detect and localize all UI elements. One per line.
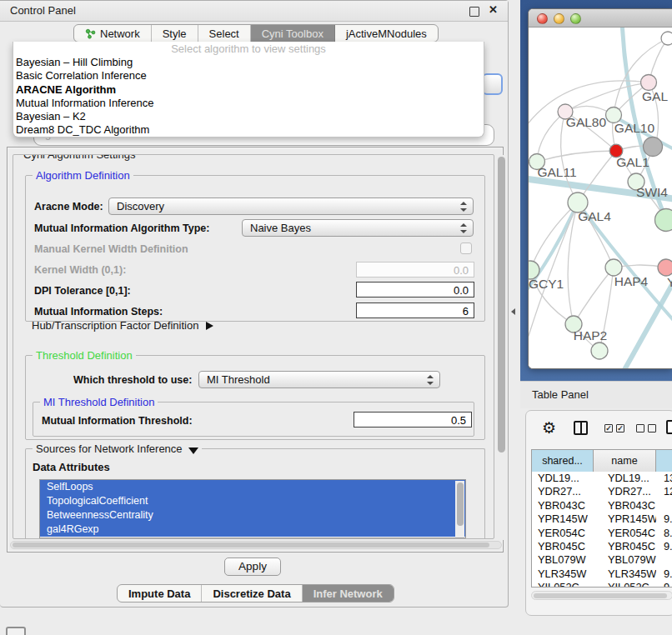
- zoom-traffic-light-icon[interactable]: [570, 13, 581, 24]
- table-column-header[interactable]: name: [594, 450, 656, 472]
- table-cell[interactable]: 12: [656, 485, 672, 498]
- mi-steps-field[interactable]: 6: [356, 302, 474, 318]
- table-row[interactable]: YBL079WYBL079W: [532, 553, 672, 567]
- manual-kernel-checkbox[interactable]: [460, 242, 472, 254]
- tab-discretize-data[interactable]: Discretize Data: [202, 585, 302, 602]
- table-row[interactable]: YLR345WYLR345W9.: [532, 568, 672, 581]
- tab-network[interactable]: Network: [74, 25, 152, 42]
- table-cell[interactable]: YDL19...: [532, 472, 594, 485]
- network-edge[interactable]: [537, 151, 616, 162]
- apply-button[interactable]: Apply: [224, 558, 281, 576]
- export-table-icon[interactable]: [666, 420, 672, 434]
- table-cell[interactable]: YBR043C: [594, 499, 656, 512]
- table-row[interactable]: YPR145WYPR145W9.: [532, 512, 672, 526]
- table-cell[interactable]: [656, 499, 672, 512]
- table-cell[interactable]: 8.: [656, 527, 672, 540]
- network-node[interactable]: [641, 75, 657, 91]
- tab-cyni-toolbox[interactable]: Cyni Toolbox: [251, 25, 335, 42]
- mi-type-select[interactable]: Naive Bayes: [242, 219, 474, 237]
- network-node[interactable]: [655, 209, 672, 232]
- table-cell[interactable]: [656, 553, 672, 567]
- algorithm-menu-item[interactable]: Bayesian – K2: [13, 110, 484, 123]
- table-row[interactable]: YDR27...YDR27...12: [532, 485, 672, 498]
- table-row[interactable]: YBR045CYBR045C9.: [532, 540, 672, 553]
- algorithm-menu-item[interactable]: Mutual Information Inference: [13, 97, 484, 110]
- table-row[interactable]: YIL052CYIL052C9.: [532, 581, 672, 588]
- table-panel-titlebar[interactable]: Table Panel: [520, 381, 672, 408]
- network-canvas[interactable]: GALGAL80GAL10GAL1GAL11SWI4GAL4GCY1HAP4YH…: [529, 28, 672, 369]
- network-edge[interactable]: [614, 38, 668, 115]
- minimize-traffic-light-icon[interactable]: [554, 13, 564, 24]
- algorithm-menu-item[interactable]: Basic Correlation Inference: [13, 69, 484, 82]
- settings-vertical-scrollbar[interactable]: [498, 155, 505, 540]
- table-column-header[interactable]: [656, 450, 672, 472]
- table-cell[interactable]: 9.: [656, 540, 672, 553]
- table-row[interactable]: YBR043CYBR043C: [532, 499, 672, 512]
- dpi-tolerance-field[interactable]: 0.0: [356, 282, 474, 298]
- table-cell[interactable]: 13: [656, 472, 672, 485]
- table-cell[interactable]: YDL19...: [594, 472, 656, 485]
- aracne-mode-select[interactable]: Discovery: [108, 198, 474, 215]
- sources-group-title[interactable]: Sources for Network Inference: [33, 442, 202, 455]
- panel-collapse-arrow-icon[interactable]: [511, 308, 515, 315]
- float-window-icon[interactable]: [469, 7, 479, 17]
- table-cell[interactable]: YBR043C: [532, 499, 594, 512]
- attributes-scrollbar[interactable]: [455, 481, 464, 538]
- tab-jactivemnodules[interactable]: jActiveMNodules: [335, 25, 438, 42]
- kernel-width-field[interactable]: 0.0: [356, 262, 474, 278]
- hub-definition-expander[interactable]: Hub/Transcription Factor Definition: [32, 319, 213, 332]
- attribute-list-item[interactable]: BetweennessCentrality: [40, 508, 465, 522]
- table-row[interactable]: YER054CYER054C8.: [532, 527, 672, 540]
- deselect-all-checkbox-icon[interactable]: [648, 424, 656, 432]
- algorithm-menu-item[interactable]: Dream8 DC_TDC Algorithm: [13, 123, 484, 137]
- tab-impute-data[interactable]: Impute Data: [118, 585, 202, 602]
- table-cell[interactable]: YLR345W: [532, 568, 594, 581]
- algorithm-menu-item[interactable]: Bayesian – Hill Climbing: [13, 56, 484, 69]
- tab-select[interactable]: Select: [198, 25, 251, 42]
- table-cell[interactable]: 9.: [656, 568, 672, 581]
- network-edge[interactable]: [574, 268, 614, 324]
- algorithm-menu-item[interactable]: ARACNE Algorithm: [13, 83, 484, 97]
- which-threshold-select[interactable]: MI Threshold: [198, 371, 440, 388]
- settings-horizontal-scrollbar[interactable]: [10, 541, 502, 549]
- table-cell[interactable]: YPR145W: [594, 512, 656, 526]
- table-cell[interactable]: YLR345W: [594, 568, 656, 581]
- table-cell[interactable]: YIL052C: [594, 581, 656, 588]
- attribute-list-item[interactable]: gal4RGexp: [40, 522, 465, 537]
- network-node[interactable]: [661, 32, 672, 45]
- table-cell[interactable]: YIL052C: [532, 581, 594, 588]
- attribute-list-item[interactable]: TopologicalCoefficient: [40, 494, 465, 508]
- table-cell[interactable]: 9.: [656, 512, 672, 526]
- table-row[interactable]: YDL19...YDL19...13: [532, 472, 672, 485]
- tab-infer-network[interactable]: Infer Network: [303, 585, 394, 602]
- table-cell[interactable]: YDR27...: [594, 485, 656, 498]
- table-cell[interactable]: YBL079W: [594, 553, 656, 567]
- table-cell[interactable]: YBR045C: [532, 540, 594, 553]
- table-cell[interactable]: YPR145W: [532, 512, 594, 526]
- minimized-panel-icon[interactable]: [6, 627, 26, 635]
- close-icon[interactable]: ✕: [489, 3, 498, 16]
- column-selector-icon[interactable]: [574, 421, 588, 435]
- network-node[interactable]: [591, 342, 608, 359]
- tab-style[interactable]: Style: [152, 25, 198, 42]
- attribute-list-item[interactable]: SelfLoops: [40, 480, 465, 494]
- select-all-checkbox-icon[interactable]: ✓: [604, 424, 613, 432]
- mi-threshold-field[interactable]: 0.5: [354, 412, 472, 428]
- close-traffic-light-icon[interactable]: [537, 13, 548, 24]
- table-cell[interactable]: YBR045C: [594, 540, 656, 553]
- algorithm-combo-partial[interactable]: [482, 73, 503, 95]
- network-window-titlebar[interactable]: [529, 9, 672, 28]
- network-node[interactable]: [644, 138, 663, 157]
- select-all-checkbox-icon[interactable]: ✓: [616, 424, 624, 432]
- network-node[interactable]: [658, 259, 672, 276]
- table-cell[interactable]: YER054C: [532, 527, 594, 540]
- deselect-all-checkbox-icon[interactable]: [636, 424, 644, 432]
- table-cell[interactable]: YBL079W: [532, 553, 594, 567]
- table-cell[interactable]: YDR27...: [532, 485, 594, 498]
- gear-icon[interactable]: ⚙: [542, 418, 556, 438]
- table-column-header[interactable]: shared...: [532, 450, 594, 472]
- table-horizontal-scrollbar[interactable]: [531, 591, 672, 600]
- table-cell[interactable]: 9.: [656, 581, 672, 588]
- network-node[interactable]: [605, 259, 622, 276]
- control-panel-titlebar[interactable]: Control Panel ✕: [0, 1, 508, 22]
